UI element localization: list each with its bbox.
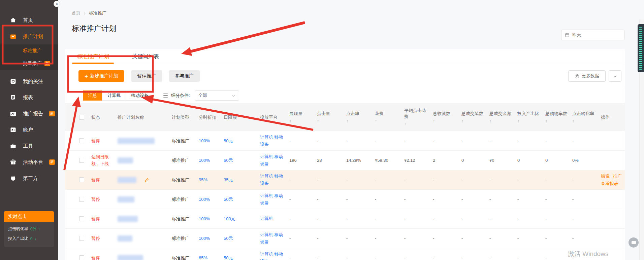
sidebar-item-promo-report[interactable]: 推广报告 新 xyxy=(0,106,58,122)
daily-limit-link[interactable]: 100元 xyxy=(224,216,260,222)
browser-side-widget[interactable] xyxy=(638,24,644,72)
platform-links[interactable]: 计算机 移动设备 xyxy=(260,134,289,147)
platform-links[interactable]: 计算机 移动设备 xyxy=(260,173,289,186)
metric-value: - xyxy=(489,177,517,182)
sidebar-subitem-standard[interactable]: 标准推广 xyxy=(0,44,58,57)
sidebar-item-tools[interactable]: 工具 xyxy=(0,138,58,154)
column-header-sortable[interactable]: 投入产出比↑ xyxy=(517,103,545,131)
tab-standard-plans[interactable]: 标准推广计划 xyxy=(72,49,114,64)
sidebar-item-label: 标准推广 xyxy=(23,48,42,54)
status-badge: 暂停 xyxy=(91,177,118,183)
segment-computer[interactable]: 计算机 xyxy=(102,90,126,101)
metric-value: - xyxy=(317,197,346,202)
column-header-sortable[interactable]: 点击率↑ xyxy=(346,103,375,131)
select-all-checkbox[interactable] xyxy=(79,115,84,120)
status-badge: 暂停 xyxy=(91,138,118,144)
daily-limit-link[interactable]: 50元 xyxy=(224,255,260,260)
row-action-link[interactable]: 推广 xyxy=(613,173,622,179)
sidebar-item-label: 工具 xyxy=(23,143,33,149)
metric-value: - xyxy=(489,236,517,241)
expand-columns-button[interactable] xyxy=(609,70,621,82)
discount-link[interactable]: 65% xyxy=(199,255,224,260)
pause-promo-button[interactable]: 暂停推广 xyxy=(131,70,162,82)
condition-select[interactable]: 全部 xyxy=(195,90,239,101)
discount-link[interactable]: 100% xyxy=(199,158,224,163)
sidebar-item-account[interactable]: 账户 xyxy=(0,122,58,138)
breadcrumb-home[interactable]: 首页 xyxy=(72,10,80,16)
daily-limit-link[interactable]: 35元 xyxy=(224,177,260,183)
activate-windows-watermark: 激活 Windows xyxy=(568,250,608,258)
table-row: 暂停 标准推广 65% 50元 计算机 移动设备 ----------- xyxy=(65,248,625,260)
metric-value: - xyxy=(517,216,545,221)
metric-value: - xyxy=(461,138,489,143)
table-body: 暂停 标准推广 100% 50元 计算机 移动设备 ----------- 达到… xyxy=(65,131,625,260)
daily-limit-link[interactable]: 50元 xyxy=(224,235,260,242)
sidebar-item-reports[interactable]: 报表 xyxy=(0,89,58,106)
row-checkbox[interactable] xyxy=(79,216,84,221)
tab-keyword-list[interactable]: 关键词列表 xyxy=(127,49,164,64)
column-header-sortable[interactable]: 点击量↑ xyxy=(317,103,346,131)
metric-value: - xyxy=(572,236,601,241)
edit-name-icon[interactable] xyxy=(144,178,149,182)
metric-value: - xyxy=(545,216,572,221)
row-checkbox[interactable] xyxy=(79,236,84,241)
metric-value: - xyxy=(289,236,317,241)
metric-value: - xyxy=(489,197,517,202)
metric-value: - xyxy=(317,177,346,182)
daily-limit-link[interactable]: 60元 xyxy=(224,157,260,163)
platform-links[interactable]: 计算机 移动设备 xyxy=(260,251,289,260)
plan-name-cell xyxy=(118,138,172,144)
sidebar-subitem-batch[interactable]: 批量推广 新 xyxy=(0,57,58,70)
column-header-sortable[interactable]: 平均点击花费↑ xyxy=(404,103,433,131)
discount-link[interactable]: 100% xyxy=(199,197,224,202)
column-header-sortable[interactable]: 展现量↑ xyxy=(289,103,317,131)
platform-links[interactable]: 计算机 移动设备 xyxy=(260,192,289,206)
metric-value: - xyxy=(289,177,317,182)
metric-value: 0 xyxy=(517,158,545,163)
column-header-sortable[interactable]: 点击转化率↑ xyxy=(572,103,601,131)
column-header-sortable[interactable]: 总购物车数↑ xyxy=(545,103,572,131)
join-promo-button[interactable]: 参与推广 xyxy=(169,70,200,82)
collapse-icon: « xyxy=(56,2,58,6)
column-header-sortable[interactable]: 花费↑ xyxy=(375,103,404,131)
metric-value: - xyxy=(346,177,375,182)
metric-value: - xyxy=(346,216,375,221)
discount-link[interactable]: 100% xyxy=(199,216,224,221)
row-action-link[interactable]: 查看报表 xyxy=(601,181,618,187)
row-checkbox[interactable] xyxy=(79,197,84,202)
sidebar-item-activity[interactable]: 活动平台 新 xyxy=(0,154,58,170)
sidebar-item-home[interactable]: 首页 xyxy=(0,12,58,28)
platform-links[interactable]: 计算机 移动设备 xyxy=(260,153,289,167)
discount-link[interactable]: 95% xyxy=(199,177,224,182)
device-segments: 汇总 计算机 移动设备 xyxy=(83,90,154,101)
platform-links[interactable]: 计算机 xyxy=(260,215,289,222)
sidebar-item-campaigns[interactable]: 推广计划 xyxy=(0,28,58,44)
segment-summary[interactable]: 汇总 xyxy=(83,90,102,101)
sidebar-item-thirdparty[interactable]: 第三方 xyxy=(0,170,58,186)
segment-mobile[interactable]: 移动设备 xyxy=(126,90,154,101)
column-header-sortable[interactable]: 总成交笔数↑ xyxy=(461,103,489,131)
column-header-sortable[interactable]: 总收藏数↑ xyxy=(433,103,461,131)
column-header-sortable[interactable]: 总成交金额↑ xyxy=(489,103,517,131)
collapse-sidebar-button[interactable]: « xyxy=(54,1,60,7)
row-checkbox[interactable] xyxy=(79,158,84,163)
date-range-picker[interactable]: 昨天 xyxy=(561,30,624,40)
row-checkbox[interactable] xyxy=(79,177,84,182)
breadcrumb-current: 标准推广 xyxy=(89,10,106,16)
more-data-button[interactable]: 更多数据 xyxy=(568,70,606,82)
metric-value: ¥0 xyxy=(489,158,517,163)
row-checkbox[interactable] xyxy=(79,138,84,143)
sidebar-item-favorites[interactable]: 我的关注 xyxy=(0,73,58,89)
row-action-link[interactable]: 编辑 xyxy=(601,173,610,179)
chat-bubble-icon[interactable] xyxy=(629,237,639,248)
daily-limit-link[interactable]: 50元 xyxy=(224,138,260,144)
daily-limit-link[interactable]: 50元 xyxy=(224,196,260,202)
tab-bar: 标准推广计划 关键词列表 xyxy=(65,49,625,64)
column-header: 计划类型 xyxy=(172,103,199,131)
discount-link[interactable]: 100% xyxy=(199,138,224,143)
discount-link[interactable]: 100% xyxy=(199,236,224,241)
platform-links[interactable]: 计算机 移动设备 xyxy=(260,231,289,245)
new-plan-button[interactable]: + 新建推广计划 xyxy=(78,70,124,82)
condition-label: 细分条件: xyxy=(171,92,190,99)
row-checkbox[interactable] xyxy=(79,255,84,260)
